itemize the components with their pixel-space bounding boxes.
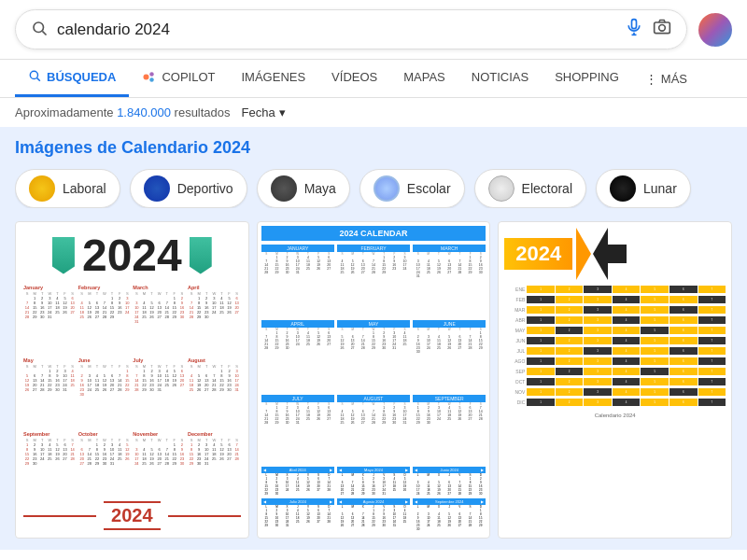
cal3-header: 2024 — [504, 228, 726, 280]
tab-noticias[interactable]: NOTICIAS — [458, 61, 542, 96]
category-pills: Laboral Deportivo Maya Escolar Electoral… — [15, 169, 732, 208]
cal1-month-apr: April SMTWTFS 123456 78910111213 1415161… — [188, 285, 241, 356]
ribbon-left — [52, 237, 75, 274]
image-section: Imágenes de Calendario 2024 Laboral Depo… — [0, 127, 747, 550]
calendar-image-2[interactable]: 2024 CALENDAR JANUARY SMTWTFS 123456 789… — [257, 221, 491, 539]
pill-maya-label: Maya — [304, 181, 336, 196]
cal2-header: 2024 CALENDAR — [261, 226, 486, 241]
cal1-month-may: May SMTWTFS 1234 567891011 1213141516171… — [23, 357, 77, 428]
cal1-month-dec: December SMTWTFS 1234567 891011121314 15… — [188, 431, 241, 497]
pill-deportivo[interactable]: Deportivo — [130, 169, 247, 208]
cal1-month-oct: October SMTWTFS 12345 6789101112 1314151… — [78, 431, 132, 497]
pill-maya[interactable]: Maya — [257, 169, 350, 208]
pill-lunar[interactable]: Lunar — [596, 169, 691, 208]
calendar-image-3[interactable]: 2024 ENE 1234567 FEB 1234567 — [498, 221, 732, 539]
cal1-month-nov: November SMTWTFS 12 3456789 101112131415… — [133, 431, 186, 497]
tab-copilot-label: COPILOT — [162, 70, 215, 84]
electoral-icon — [488, 175, 514, 202]
cal1-month-jan: January SMTWTFS 123456 78910111213 14151… — [23, 285, 77, 356]
laboral-icon — [29, 175, 55, 202]
lunar-icon — [610, 175, 636, 202]
fecha-filter[interactable]: Fecha ▾ — [242, 105, 286, 119]
svg-point-7 — [30, 71, 37, 78]
search-box — [15, 9, 687, 49]
svg-point-11 — [150, 77, 155, 82]
svg-point-6 — [659, 25, 666, 32]
results-count: Aproximadamente 1.840.000 resultados — [15, 105, 231, 119]
cal1-month-sep: September SMTWTFS 1234567 891011121314 1… — [23, 431, 77, 497]
cal1-header: 2024 — [23, 230, 241, 281]
tab-busqueda[interactable]: BÚSQUEDA — [15, 60, 129, 97]
pill-lunar-label: Lunar — [643, 181, 677, 196]
cal3-rows: ENE 1234567 FEB 1234567 MAR 1234567 — [504, 286, 726, 532]
cal3-deco — [608, 245, 627, 263]
cal2-bottom: ◀ Abril 2024 ▶ LMXJVSD 1234567 891011121… — [261, 467, 486, 534]
tab-shopping[interactable]: SHOPPING — [542, 61, 632, 96]
search-icon — [31, 20, 48, 40]
pill-electoral[interactable]: Electoral — [474, 169, 586, 208]
tab-copilot[interactable]: COPILOT — [129, 61, 228, 96]
camera-search-icon[interactable] — [653, 18, 671, 41]
chevron-down-icon: ▾ — [279, 105, 286, 119]
maya-icon — [271, 175, 297, 202]
tab-shopping-label: SHOPPING — [555, 70, 619, 84]
search-tab-icon — [28, 69, 41, 85]
ribbon-right — [190, 237, 212, 274]
results-count-link[interactable]: 1.840.000 — [117, 105, 171, 119]
calendar-image-1[interactable]: 2024 January SMTWTFS 123456 78910111213 … — [15, 221, 249, 539]
results-info: Aproximadamente 1.840.000 resultados Fec… — [0, 98, 747, 127]
svg-point-9 — [144, 75, 149, 80]
pill-escolar[interactable]: Escolar — [359, 169, 465, 208]
cal1-bottom-year: 2024 — [104, 501, 161, 530]
tab-imagenes-label: IMÁGENES — [241, 70, 305, 84]
cal1-month-feb: February SMTWTFS 123 45678910 1112131415… — [78, 285, 132, 356]
tab-videos[interactable]: VÍDEOS — [318, 61, 390, 96]
tab-busqueda-label: BÚSQUEDA — [47, 70, 116, 84]
escolar-icon — [374, 175, 400, 202]
pill-electoral-label: Electoral — [522, 181, 572, 196]
svg-line-1 — [42, 31, 46, 35]
tab-more-label: MÁS — [661, 72, 687, 86]
pill-escolar-label: Escolar — [407, 181, 451, 196]
cal1-month-jul: July SMTWTFS 123456 78910111213 14151617… — [133, 357, 186, 428]
more-icon: ⋮ — [645, 72, 657, 86]
fecha-label: Fecha — [242, 105, 275, 119]
cal1-month-aug: August SMTWTFS 123 45678910 111213141516… — [188, 357, 241, 428]
cal2-grid-top: JANUARY SMTWTFS 123456 78910111213 14151… — [261, 245, 486, 464]
image-section-title: Imágenes de Calendario 2024 — [15, 138, 732, 158]
tab-mapas-label: MAPAS — [403, 70, 445, 84]
tab-imagenes[interactable]: IMÁGENES — [228, 61, 318, 96]
search-input[interactable] — [57, 21, 615, 39]
cal1-month-mar: March SMTWTFS 12 3456789 10111213141516 … — [133, 285, 186, 356]
cal1-year: 2024 — [82, 230, 182, 281]
pill-laboral[interactable]: Laboral — [15, 169, 120, 208]
nav-tabs: BÚSQUEDA COPILOT IMÁGENES VÍDEOS MAPAS N… — [0, 60, 747, 98]
cal1-month-jun: June SMTWTFS 1 2345678 9101112131415 161… — [78, 357, 132, 428]
search-bar-container — [0, 0, 747, 60]
svg-line-8 — [37, 78, 40, 81]
cal3-bottom-label: Calendario 2024 — [504, 413, 726, 418]
tab-videos-label: VÍDEOS — [331, 70, 377, 84]
copilot-icon — [142, 70, 156, 84]
microphone-icon[interactable] — [625, 18, 643, 41]
svg-point-0 — [34, 22, 44, 33]
bing-logo[interactable] — [698, 13, 732, 47]
cal3-year: 2024 — [504, 238, 572, 270]
tab-noticias-label: NOTICIAS — [472, 70, 529, 84]
pill-laboral-label: Laboral — [63, 181, 106, 196]
svg-rect-2 — [632, 20, 637, 29]
cal1-bottom: 2024 — [23, 501, 241, 530]
svg-point-10 — [150, 72, 155, 77]
deportivo-icon — [144, 175, 170, 202]
tab-mapas[interactable]: MAPAS — [390, 61, 458, 96]
pill-deportivo-label: Deportivo — [177, 181, 233, 196]
cal1-months: January SMTWTFS 123456 78910111213 14151… — [23, 285, 241, 497]
image-grid: 2024 January SMTWTFS 123456 78910111213 … — [15, 221, 732, 539]
tab-more[interactable]: ⋮ MÁS — [632, 63, 700, 95]
